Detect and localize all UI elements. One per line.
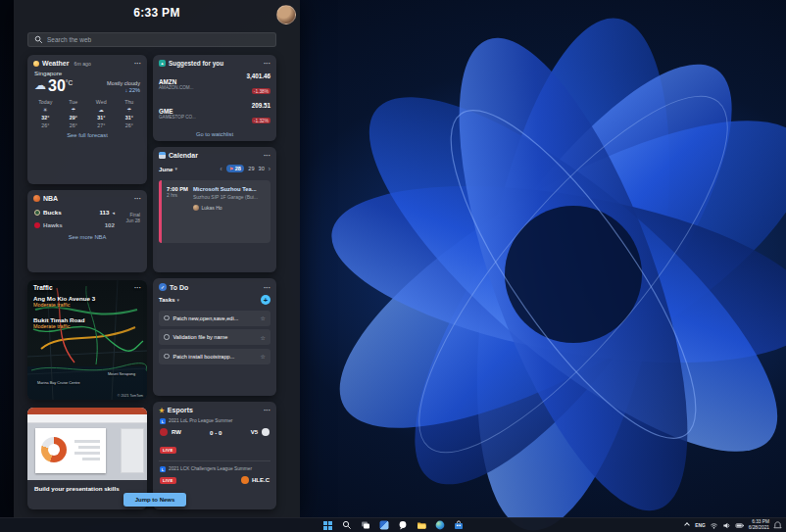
stock-price: 3,401.46 <box>246 73 270 79</box>
rain-icon: ☂ <box>116 106 144 114</box>
weather-precip: 22% <box>129 87 140 93</box>
team-name: V5 <box>251 429 258 435</box>
weather-forecast: Today ☀ 32° 26° Tue ☂ 29° 26° Wed ☁ 31° … <box>27 94 147 129</box>
jump-to-news-button[interactable]: Jump to News <box>123 493 186 507</box>
calendar-next-button[interactable]: › <box>269 166 270 172</box>
task-checkbox[interactable] <box>164 315 170 321</box>
calendar-prev-button[interactable]: ‹ <box>220 166 221 172</box>
weather-more-button[interactable]: ··· <box>134 61 141 66</box>
nba-team-row: Bucks 113 ◂ <box>34 206 115 218</box>
stock-symbol: GME <box>159 108 196 115</box>
tips-thumbnail[interactable] <box>27 408 147 480</box>
weather-widget[interactable]: Weather 6m ago ··· Singapore ☁ 30 °C Mos… <box>27 55 147 184</box>
forecast-day: Tue ☂ 29° 26° <box>60 98 88 129</box>
stock-row[interactable]: AMZN AMAZON.COM... 3,401.46 -1.38% <box>153 70 276 99</box>
traffic-widget[interactable]: Traffic ··· Ang Mo Kio Avenue 3 Moderate… <box>27 280 147 400</box>
thumbnail-sidebar <box>121 428 144 473</box>
team-name: RW <box>172 429 181 435</box>
star-icon[interactable]: ☆ <box>261 314 266 321</box>
start-button[interactable] <box>321 519 334 532</box>
add-task-button[interactable]: + <box>261 295 270 305</box>
esports-title: Esports <box>168 407 193 413</box>
calendar-date[interactable]: 30 <box>259 166 265 171</box>
todo-task-row[interactable]: Patch install bootstrapp... ☆ <box>159 349 270 364</box>
todo-task-row[interactable]: Patch new,open,save,edi... ☆ <box>159 311 270 326</box>
notification-bell-icon[interactable] <box>773 521 782 530</box>
weather-condition: Mostly cloudy <box>107 80 140 86</box>
calendar-icon <box>159 152 166 159</box>
todo-widget[interactable]: ✓ To Do ··· Tasks ▾ + Patch new,open,sav… <box>153 278 276 396</box>
forecast-day: Wed ☁ 31° 27° <box>87 98 116 129</box>
league-name: 2021 LCK Challengers League Summer <box>169 466 252 472</box>
traffic-road: Ang Mo Kio Avenue 3 <box>33 295 141 302</box>
stock-name: AMAZON.COM... <box>159 85 193 91</box>
store-icon <box>454 520 464 530</box>
task-view-button[interactable] <box>359 519 371 532</box>
calendar-date[interactable]: 29 <box>248 166 254 171</box>
team-logo <box>241 476 249 484</box>
nba-widget[interactable]: NBA ··· Bucks 113 ◂ Hawks 102 Final Jun <box>27 190 147 272</box>
esports-more-button[interactable]: ··· <box>264 408 270 412</box>
weather-unit: °C <box>66 79 73 86</box>
todo-task-row[interactable]: Validation file by name ☆ <box>159 329 270 345</box>
calendar-selected-date[interactable]: ⚑ 28 <box>226 165 245 172</box>
store-button[interactable] <box>452 519 465 532</box>
task-label: Patch install bootstrapp... <box>173 354 257 360</box>
task-checkbox[interactable] <box>164 334 170 340</box>
match-row[interactable]: RW 0 - 0 V5 <box>153 425 276 437</box>
widgets-button[interactable] <box>377 519 390 532</box>
team-name: HLE.C <box>252 477 270 483</box>
file-explorer-button[interactable] <box>415 519 427 532</box>
calendar-widget[interactable]: Calendar ··· June ▾ ‹ ⚑ 28 29 30 › 7:00 … <box>153 147 276 272</box>
go-to-watchlist-link[interactable]: Go to watchlist <box>153 128 276 141</box>
tray-clock[interactable]: 6:33 PM 6/28/2021 <box>749 519 769 530</box>
traffic-more-button[interactable]: ··· <box>134 285 141 290</box>
chevron-down-icon: ▾ <box>174 166 177 171</box>
task-checkbox[interactable] <box>164 354 170 360</box>
tray-language[interactable]: ENG <box>695 523 705 528</box>
see-more-nba-link[interactable]: See more NBA <box>27 231 147 244</box>
nba-team-row: Hawks 102 <box>34 218 115 231</box>
volume-icon[interactable] <box>722 521 731 530</box>
calendar-month[interactable]: June <box>159 166 172 172</box>
calendar-more-button[interactable]: ··· <box>264 153 270 158</box>
team-name: Bucks <box>43 209 62 216</box>
event-time-column: 7:00 PM 2 hrs <box>167 186 193 198</box>
traffic-status: Moderate traffic <box>33 302 141 309</box>
stock-row[interactable]: GME GAMESTOP CO... 209.51 -1.32% <box>153 99 276 128</box>
edge-button[interactable] <box>433 519 446 532</box>
star-icon[interactable]: ☆ <box>261 334 266 341</box>
widgets-panel: 6:33 PM Weather 6m ago ··· Singapore ☁ 3… <box>14 0 300 517</box>
nba-more-button[interactable]: ··· <box>134 196 141 201</box>
weather-see-full-forecast-link[interactable]: See full forecast <box>27 129 147 142</box>
thumbnail-chart <box>41 437 67 462</box>
wifi-icon[interactable] <box>710 521 718 530</box>
star-icon[interactable]: ☆ <box>261 353 266 360</box>
chat-button[interactable] <box>396 519 409 532</box>
search-input[interactable] <box>47 36 270 43</box>
battery-icon[interactable] <box>735 521 745 530</box>
team-logo <box>262 428 270 436</box>
weather-condition-block: Mostly cloudy ↓ 22% <box>107 78 140 94</box>
todo-more-button[interactable]: ··· <box>264 285 270 290</box>
event-location: Suzhou SIP 1F Garage (Bui... <box>193 194 258 201</box>
web-search-bar[interactable] <box>27 32 276 47</box>
cloud-icon: ☁ <box>87 106 116 114</box>
team-logo <box>160 428 168 436</box>
tray-overflow-chevron-icon[interactable] <box>684 522 690 528</box>
stocks-widget[interactable]: ▲ Suggested for you ··· AMZN AMAZON.COM.… <box>153 55 276 141</box>
match-row[interactable]: LIVE HLE.C <box>153 473 276 487</box>
weather-title: Weather <box>42 60 70 67</box>
weather-updated: 6m ago <box>74 61 91 67</box>
match-score: 0 - 0 <box>185 429 247 436</box>
attendee-avatar <box>193 205 199 211</box>
taskbar-search-button[interactable] <box>340 519 353 532</box>
traffic-road: Bukit Timah Road <box>33 316 141 323</box>
calendar-event[interactable]: 7:00 PM 2 hrs Microsoft Suzhou Tea... Su… <box>159 180 270 243</box>
live-badge: LIVE <box>160 477 176 484</box>
thumbnail-ribbon <box>27 414 147 423</box>
stocks-more-button[interactable]: ··· <box>264 61 270 66</box>
user-avatar[interactable] <box>276 5 296 24</box>
todo-list-selector[interactable]: Tasks <box>159 297 175 303</box>
stock-id: AMZN AMAZON.COM... <box>159 78 193 91</box>
